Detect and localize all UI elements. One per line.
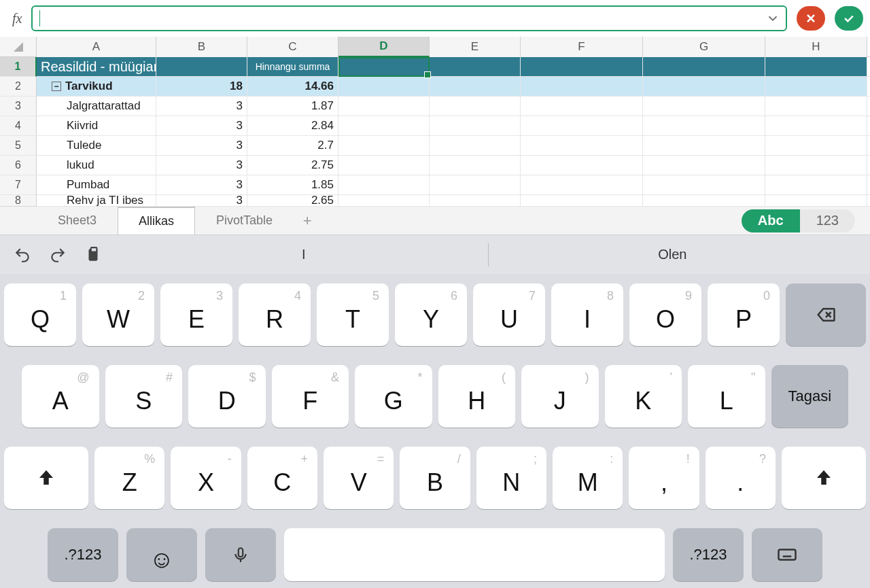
cell[interactable]: 2.65	[247, 195, 338, 206]
clipboard-icon[interactable]	[84, 246, 102, 264]
key-N[interactable]: ;N	[476, 447, 546, 509]
row-header-6[interactable]: 6	[0, 156, 37, 175]
redo-icon[interactable]	[49, 246, 67, 264]
col-header-C[interactable]: C	[247, 37, 338, 57]
cell[interactable]	[521, 195, 643, 206]
key-shift-right[interactable]	[782, 447, 866, 509]
cell[interactable]: 1.85	[247, 175, 338, 194]
cell[interactable]	[643, 156, 765, 175]
key-space[interactable]	[284, 528, 665, 581]
cell[interactable]: 2.84	[247, 116, 338, 135]
cell[interactable]	[643, 116, 765, 135]
cell[interactable]	[338, 175, 430, 194]
cell[interactable]	[521, 136, 643, 155]
sheet-tab[interactable]: Sheet3	[37, 207, 118, 235]
key-F[interactable]: &F	[272, 365, 349, 428]
key-emoji[interactable]: ☺	[126, 528, 197, 581]
select-all-corner[interactable]	[0, 37, 37, 56]
col-header-H[interactable]: H	[765, 37, 867, 57]
cells-grid[interactable]: Reasildid - müügiarv Hinnangu summa −Tar…	[37, 57, 870, 207]
cell[interactable]	[765, 195, 867, 206]
key-X[interactable]: -X	[171, 447, 241, 509]
col-header-E[interactable]: E	[430, 37, 521, 57]
key-K[interactable]: 'K	[605, 365, 682, 428]
sheet-tab[interactable]: PivotTable	[195, 207, 294, 235]
cell[interactable]	[430, 136, 521, 155]
cell[interactable]	[765, 156, 867, 175]
cell[interactable]	[430, 156, 521, 175]
formula-input-wrap[interactable]	[31, 5, 787, 31]
col-header-G[interactable]: G	[643, 37, 765, 57]
cell[interactable]	[643, 97, 765, 116]
cell[interactable]	[643, 175, 765, 194]
cell[interactable]	[765, 175, 867, 194]
key-,[interactable]: !,	[629, 447, 699, 509]
key-return[interactable]: Tagasi	[771, 365, 849, 428]
col-header-D[interactable]: D	[338, 37, 430, 57]
key-Z[interactable]: %Z	[94, 447, 164, 509]
key-shift-left[interactable]	[4, 447, 88, 509]
cell[interactable]	[521, 77, 643, 96]
key-V[interactable]: =V	[324, 447, 394, 509]
accept-button[interactable]	[835, 6, 863, 31]
key-O[interactable]: 9O	[629, 283, 701, 346]
cell[interactable]	[765, 77, 867, 96]
row-header-2[interactable]: 2	[0, 77, 37, 97]
cell[interactable]	[338, 116, 430, 135]
chevron-down-icon[interactable]	[765, 11, 780, 26]
key-R[interactable]: 4R	[239, 283, 311, 346]
cell[interactable]: 3	[156, 116, 247, 135]
cell[interactable]	[338, 136, 430, 155]
col-header-A[interactable]: A	[37, 37, 156, 57]
cell[interactable]	[643, 136, 765, 155]
cell[interactable]	[521, 175, 643, 194]
col-header-F[interactable]: F	[521, 37, 643, 57]
cell[interactable]	[430, 77, 521, 96]
key-J[interactable]: )J	[521, 365, 599, 428]
row-header-8[interactable]: 8	[0, 195, 37, 207]
key-I[interactable]: 8I	[551, 283, 623, 346]
key-T[interactable]: 5T	[317, 283, 389, 346]
key-W[interactable]: 2W	[82, 283, 154, 346]
cell[interactable]: 2.75	[247, 156, 338, 175]
add-sheet-button[interactable]: +	[294, 212, 321, 230]
key-symbols-left[interactable]: .?123	[48, 528, 118, 581]
cell[interactable]: 3	[156, 175, 247, 194]
cell[interactable]	[430, 97, 521, 116]
row-header-1[interactable]: 1	[0, 57, 37, 77]
cell[interactable]	[521, 156, 643, 175]
key-hide-keyboard[interactable]	[752, 528, 822, 581]
cell[interactable]	[338, 195, 430, 206]
key-L[interactable]: "L	[688, 365, 765, 428]
col-header-B[interactable]: B	[156, 37, 247, 57]
cell[interactable]: 2.7	[247, 136, 338, 155]
suggestion-1[interactable]: I	[120, 247, 488, 262]
row-header-3[interactable]: 3	[0, 97, 37, 116]
cell[interactable]	[643, 195, 765, 206]
key-D[interactable]: $D	[188, 365, 266, 428]
key-Y[interactable]: 6Y	[395, 283, 467, 346]
key-backspace[interactable]	[786, 283, 866, 346]
key-P[interactable]: 0P	[708, 283, 780, 346]
key-E[interactable]: 3E	[160, 283, 232, 346]
cell[interactable]	[338, 156, 430, 175]
cell[interactable]	[430, 175, 521, 194]
cell[interactable]	[521, 97, 643, 116]
cell[interactable]	[521, 116, 643, 135]
cell[interactable]: 3	[156, 156, 247, 175]
key-Q[interactable]: 1Q	[4, 283, 76, 346]
cell[interactable]	[338, 77, 430, 96]
key-M[interactable]: :M	[553, 447, 623, 509]
row-header-7[interactable]: 7	[0, 175, 37, 195]
cell[interactable]	[643, 77, 765, 96]
cell[interactable]	[765, 136, 867, 155]
key-C[interactable]: +C	[247, 447, 317, 509]
key-B[interactable]: /B	[400, 447, 470, 509]
collapse-icon[interactable]: −	[52, 82, 61, 91]
cell[interactable]	[765, 97, 867, 116]
mode-123[interactable]: 123	[800, 209, 855, 232]
cell[interactable]: 3	[156, 195, 247, 206]
cell[interactable]: 3	[156, 136, 247, 155]
sheet-tab[interactable]: Allikas	[118, 207, 195, 235]
cancel-button[interactable]	[797, 6, 825, 31]
